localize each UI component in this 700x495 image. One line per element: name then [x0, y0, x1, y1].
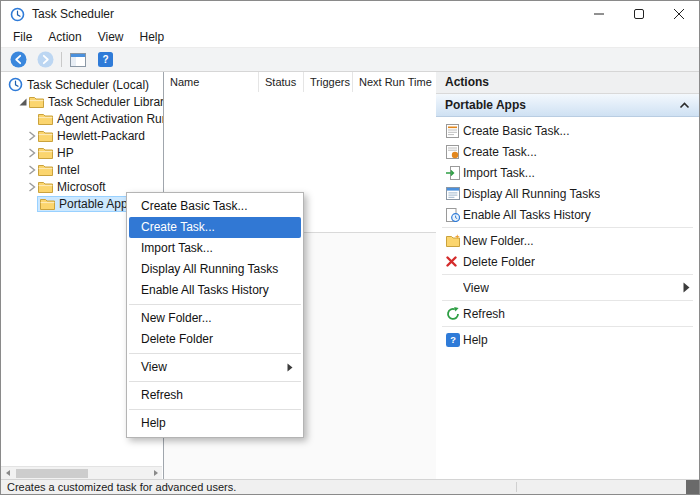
status-bar-divider — [516, 482, 517, 492]
column-header-name[interactable]: Name — [164, 72, 259, 92]
chevron-right-icon[interactable] — [25, 182, 38, 192]
task-list-header: Name Status Triggers Next Run Time — [164, 72, 437, 93]
scroll-right-icon[interactable] — [149, 469, 162, 477]
forward-icon[interactable] — [34, 50, 56, 70]
menu-action[interactable]: Action — [40, 30, 89, 44]
svg-text:?: ? — [102, 54, 108, 65]
actions-separator — [442, 300, 693, 301]
menu-separator — [129, 409, 301, 410]
actions-panel-title: Actions — [436, 72, 699, 94]
action-label: View — [463, 281, 489, 295]
tree-item-task-scheduler-local[interactable]: Task Scheduler (Local) — [1, 76, 163, 93]
action-refresh[interactable]: Refresh — [436, 303, 699, 324]
resize-grip[interactable] — [686, 480, 699, 494]
delete-folder-icon — [446, 256, 463, 267]
action-help[interactable]: ? Help — [436, 329, 699, 350]
menu-item-create-basic-task[interactable]: Create Basic Task... — [127, 196, 303, 217]
menu-item-import-task[interactable]: Import Task... — [127, 238, 303, 259]
tree-item-task-scheduler-library[interactable]: Task Scheduler Library — [1, 93, 163, 110]
import-task-icon — [446, 166, 463, 180]
back-icon[interactable] — [7, 50, 29, 70]
action-enable-all-tasks-history[interactable]: Enable All Tasks History — [436, 204, 699, 225]
menu-item-new-folder[interactable]: New Folder... — [127, 308, 303, 329]
menu-item-delete-folder[interactable]: Delete Folder — [127, 329, 303, 350]
folder-icon — [29, 96, 44, 108]
menu-item-view[interactable]: View — [127, 357, 303, 378]
maximize-button[interactable] — [619, 1, 659, 27]
action-new-folder[interactable]: New Folder... — [436, 230, 699, 251]
chevron-right-icon[interactable] — [25, 165, 38, 175]
task-scheduler-window: Task Scheduler File Action View Help ? — [0, 0, 700, 495]
menu-help[interactable]: Help — [132, 30, 173, 44]
tree-item-intel[interactable]: Intel — [1, 161, 163, 178]
action-label: Refresh — [463, 307, 505, 321]
menu-separator — [129, 353, 301, 354]
status-bar: Creates a customized task for advanced u… — [1, 479, 699, 494]
actions-list: Create Basic Task... Create Task... Impo… — [436, 117, 699, 350]
column-header-triggers[interactable]: Triggers — [304, 72, 353, 92]
chevron-right-icon[interactable] — [25, 131, 38, 141]
expanded-twisty-icon[interactable] — [16, 97, 29, 107]
menu-bar: File Action View Help — [1, 27, 699, 48]
show-console-tree-icon[interactable] — [67, 50, 89, 70]
tree-item-hewlett-packard[interactable]: Hewlett-Packard — [1, 127, 163, 144]
action-delete-folder[interactable]: Delete Folder — [436, 251, 699, 272]
tree-item-label: Portable Apps — [59, 197, 134, 211]
create-basic-task-icon — [446, 124, 463, 138]
menu-item-create-task[interactable]: Create Task... — [129, 217, 301, 238]
tree-item-label: Hewlett-Packard — [57, 129, 145, 143]
collapse-chevron-icon[interactable] — [679, 102, 690, 109]
action-label: New Folder... — [463, 234, 534, 248]
action-label: Display All Running Tasks — [463, 187, 600, 201]
scroll-left-icon[interactable] — [1, 469, 14, 477]
minimize-button[interactable] — [579, 1, 619, 27]
folder-icon — [40, 198, 55, 210]
action-import-task[interactable]: Import Task... — [436, 162, 699, 183]
menu-item-help[interactable]: Help — [127, 413, 303, 434]
column-header-status[interactable]: Status — [259, 72, 304, 92]
actions-separator — [442, 274, 693, 275]
scrollbar-thumb[interactable] — [16, 469, 88, 478]
toolbar: ? — [1, 48, 699, 72]
help-icon[interactable]: ? — [94, 50, 116, 70]
menu-item-refresh[interactable]: Refresh — [127, 385, 303, 406]
tree-item-label: Task Scheduler Library — [48, 95, 163, 109]
folder-icon — [38, 164, 53, 176]
action-create-basic-task[interactable]: Create Basic Task... — [436, 120, 699, 141]
action-label: Create Task... — [463, 145, 537, 159]
window-controls — [579, 1, 699, 27]
status-text: Creates a customized task for advanced u… — [7, 481, 236, 493]
actions-section-label: Portable Apps — [445, 98, 526, 112]
folder-icon — [38, 113, 53, 125]
close-button[interactable] — [659, 1, 699, 27]
context-menu: Create Basic Task... Create Task... Impo… — [126, 192, 304, 438]
actions-separator — [442, 227, 693, 228]
submenu-arrow-icon — [683, 282, 690, 293]
folder-icon — [38, 147, 53, 159]
actions-section-portable-apps[interactable]: Portable Apps — [436, 94, 699, 117]
console-tree: Task Scheduler (Local) Task Scheduler Li… — [1, 72, 163, 212]
tree-item-label: Intel — [57, 163, 80, 177]
action-create-task[interactable]: Create Task... — [436, 141, 699, 162]
tasks-history-icon — [446, 208, 463, 222]
tree-item-agent-activation-runtime[interactable]: Agent Activation Runt — [1, 110, 163, 127]
action-view[interactable]: View — [436, 277, 699, 298]
menu-file[interactable]: File — [5, 30, 40, 44]
menu-view[interactable]: View — [90, 30, 132, 44]
menu-separator — [129, 381, 301, 382]
chevron-right-icon[interactable] — [25, 148, 38, 158]
new-folder-icon — [446, 234, 463, 247]
action-display-all-running-tasks[interactable]: Display All Running Tasks — [436, 183, 699, 204]
column-header-next-run-time[interactable]: Next Run Time — [353, 72, 437, 92]
tree-item-label: Task Scheduler (Local) — [27, 78, 149, 92]
create-task-icon — [446, 145, 463, 159]
selected-tree-item-highlight: Portable Apps — [38, 197, 136, 211]
action-label: Create Basic Task... — [463, 124, 570, 138]
tree-horizontal-scrollbar[interactable] — [1, 466, 162, 479]
folder-icon — [38, 181, 53, 193]
main-area: Task Scheduler (Local) Task Scheduler Li… — [1, 72, 699, 479]
menu-item-display-all-running-tasks[interactable]: Display All Running Tasks — [127, 259, 303, 280]
tree-item-hp[interactable]: HP — [1, 144, 163, 161]
submenu-arrow-icon — [287, 363, 293, 372]
menu-item-enable-all-tasks-history[interactable]: Enable All Tasks History — [127, 280, 303, 301]
